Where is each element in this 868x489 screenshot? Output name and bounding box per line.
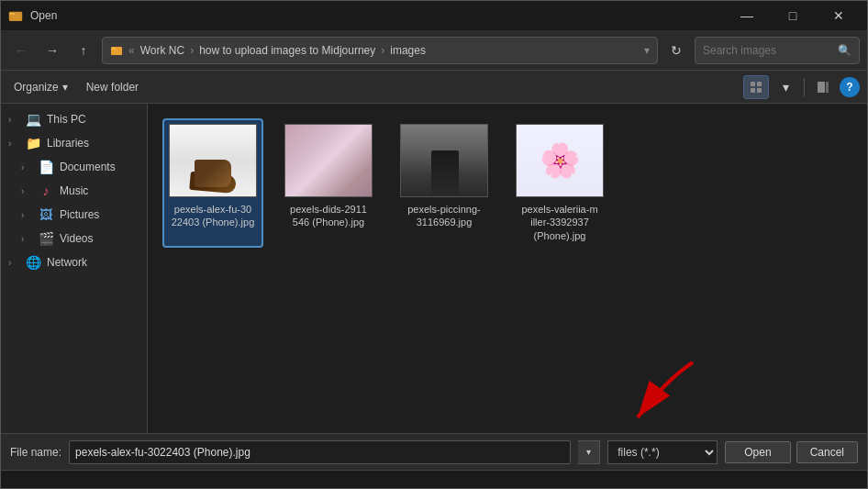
sidebar-label-libraries: Libraries xyxy=(47,137,89,150)
network-icon: 🌐 xyxy=(25,255,41,270)
refresh-button[interactable]: ↻ xyxy=(663,38,689,63)
maximize-button[interactable]: □ xyxy=(772,1,814,30)
sidebar-item-videos[interactable]: › 🎬 Videos xyxy=(1,227,147,250)
sidebar-item-documents[interactable]: › 📄 Documents xyxy=(1,155,147,179)
sidebar: › 💻 This PC › 📁 Libraries › 📄 Documents … xyxy=(1,104,148,433)
up-button[interactable]: ↑ xyxy=(71,38,96,63)
thumbnail-3 xyxy=(400,124,488,197)
toolbar-right: ▾ ? xyxy=(743,75,860,99)
sidebar-item-pictures[interactable]: › 🖼 Pictures xyxy=(1,203,147,227)
thumbnail-2 xyxy=(284,124,373,197)
search-icon: 🔍 xyxy=(838,44,851,57)
title-bar-left: Open xyxy=(8,8,57,23)
organize-label: Organize xyxy=(14,81,59,94)
svg-rect-8 xyxy=(757,88,762,93)
organize-chevron-icon: ▾ xyxy=(62,81,68,94)
chevron-icon: › xyxy=(8,258,19,268)
file-label-1: pexels-alex-fu-3022403 (Phone).jpg xyxy=(172,203,255,229)
organize-button[interactable]: Organize ▾ xyxy=(8,77,73,97)
filename-label: File name: xyxy=(10,446,61,459)
pc-icon: 💻 xyxy=(25,112,41,127)
file-label-4: pexels-valeriia-miller-3392937(Phone).jp… xyxy=(521,203,597,242)
file-label-2: pexels-dids-2911546 (Phone).jpg xyxy=(290,203,367,229)
file-area: pexels-alex-fu-3022403 (Phone).jpg pexel… xyxy=(148,104,867,433)
svg-rect-4 xyxy=(111,48,116,50)
sidebar-item-music[interactable]: › ♪ Music xyxy=(1,179,147,203)
preview-icon xyxy=(817,81,829,94)
svg-rect-10 xyxy=(826,82,829,93)
file-item-4[interactable]: pexels-valeriia-miller-3392937(Phone).jp… xyxy=(509,118,610,248)
breadcrumb-sep2: › xyxy=(190,44,194,57)
sidebar-item-libraries[interactable]: › 📁 Libraries xyxy=(1,131,147,155)
breadcrumb-part3[interactable]: images xyxy=(390,44,426,57)
close-button[interactable]: ✕ xyxy=(818,1,860,30)
file-item-1[interactable]: pexels-alex-fu-3022403 (Phone).jpg xyxy=(162,118,263,248)
documents-icon: 📄 xyxy=(38,160,54,174)
pictures-icon: 🖼 xyxy=(38,207,54,222)
toolbar-divider xyxy=(804,78,805,96)
chevron-icon: › xyxy=(21,162,32,172)
new-folder-button[interactable]: New folder xyxy=(81,77,144,97)
chevron-icon: › xyxy=(8,115,19,125)
filetype-select[interactable]: files (*.*) xyxy=(607,440,718,464)
address-bar: ← → ↑ « Work NC › how to upload images t… xyxy=(1,30,867,71)
filetype-container: files (*.*) xyxy=(607,440,718,464)
svg-rect-9 xyxy=(818,82,825,93)
videos-icon: 🎬 xyxy=(38,231,54,246)
main-content: › 💻 This PC › 📁 Libraries › 📄 Documents … xyxy=(1,104,867,433)
breadcrumb-dropdown-icon[interactable]: ▾ xyxy=(644,44,650,57)
svg-rect-7 xyxy=(751,88,755,93)
sidebar-label-music: Music xyxy=(60,184,88,197)
thumbnail-1 xyxy=(169,124,257,197)
cancel-button[interactable]: Cancel xyxy=(796,441,858,463)
file-item-2[interactable]: pexels-dids-2911546 (Phone).jpg xyxy=(278,118,379,248)
chevron-icon: › xyxy=(21,234,32,244)
libraries-icon: 📁 xyxy=(25,136,41,150)
status-bar xyxy=(1,470,867,488)
search-input[interactable] xyxy=(703,44,832,57)
sidebar-item-network[interactable]: › 🌐 Network xyxy=(1,250,147,274)
breadcrumb-folder-icon xyxy=(110,44,123,57)
search-box[interactable]: 🔍 xyxy=(695,37,860,64)
chevron-icon: › xyxy=(21,186,32,196)
svg-rect-6 xyxy=(757,82,762,86)
breadcrumb[interactable]: « Work NC › how to upload images to Midj… xyxy=(102,37,658,64)
file-item-3[interactable]: pexels-piccinng-3116969.jpg xyxy=(394,118,495,248)
sidebar-item-this-pc[interactable]: › 💻 This PC xyxy=(1,107,147,131)
chevron-icon: › xyxy=(8,139,19,149)
toolbar: Organize ▾ New folder ▾ xyxy=(1,71,867,104)
bottom-bar: File name: ▾ files (*.*) Open Cancel xyxy=(1,433,867,470)
bottom-buttons: Open Cancel xyxy=(725,441,858,463)
window-icon xyxy=(8,8,23,23)
forward-button[interactable]: → xyxy=(39,38,65,63)
chevron-icon: › xyxy=(21,210,32,220)
breadcrumb-sep1: « xyxy=(128,44,135,57)
svg-rect-1 xyxy=(9,13,15,15)
sidebar-label-pictures: Pictures xyxy=(60,208,99,221)
thumbnail-4 xyxy=(516,124,604,197)
back-button[interactable]: ← xyxy=(8,38,34,63)
title-bar-controls: — □ ✕ xyxy=(726,1,860,30)
svg-rect-5 xyxy=(751,82,755,86)
open-button[interactable]: Open xyxy=(725,441,790,463)
help-icon: ? xyxy=(846,81,852,94)
breadcrumb-sep3: › xyxy=(381,44,384,57)
window-title: Open xyxy=(30,9,57,22)
help-button[interactable]: ? xyxy=(840,77,860,97)
preview-pane-button[interactable] xyxy=(810,75,836,99)
filename-input[interactable] xyxy=(69,440,571,464)
music-icon: ♪ xyxy=(38,183,54,198)
breadcrumb-part1[interactable]: Work NC xyxy=(140,44,184,57)
sidebar-label-this-pc: This PC xyxy=(47,113,86,126)
minimize-button[interactable]: — xyxy=(726,1,768,30)
view-dropdown-button[interactable]: ▾ xyxy=(773,75,798,99)
view-thumbnails-button[interactable] xyxy=(743,75,769,99)
file-label-3: pexels-piccinng-3116969.jpg xyxy=(407,203,480,229)
sidebar-label-network: Network xyxy=(47,256,87,269)
sidebar-label-videos: Videos xyxy=(60,232,93,245)
breadcrumb-part2[interactable]: how to upload images to Midjourney xyxy=(199,44,375,57)
sidebar-label-documents: Documents xyxy=(60,161,116,173)
title-bar: Open — □ ✕ xyxy=(1,1,867,30)
new-folder-label: New folder xyxy=(86,81,139,94)
filename-dropdown-button[interactable]: ▾ xyxy=(578,440,600,464)
